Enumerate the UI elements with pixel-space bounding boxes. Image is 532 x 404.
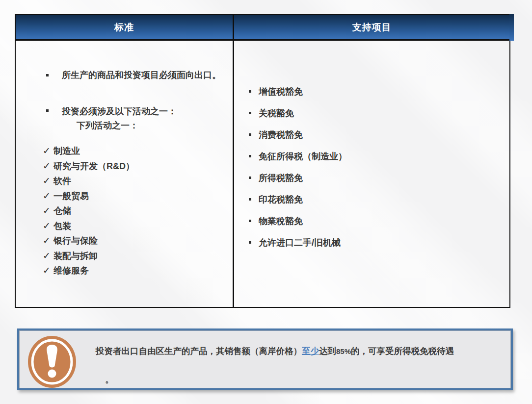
- header-edge-decoration: [509, 14, 514, 41]
- checkmark-icon: ✓: [43, 174, 53, 189]
- bullet-square-icon: [46, 109, 49, 112]
- bullet-square-icon: [249, 198, 251, 201]
- support-item-label: 允许进口二手/旧机械: [259, 237, 341, 249]
- checklist-item: ✓ 研究与开发（R&D）: [43, 159, 227, 174]
- bullet-square-icon: [249, 155, 251, 157]
- support-item: 增值税豁免: [249, 86, 504, 98]
- note-text-line2: 。: [105, 374, 114, 385]
- bullet-square-icon: [249, 133, 251, 136]
- bullet-square-icon: [249, 220, 251, 222]
- criteria-bullet-2-continuation: 下列活动之一：: [77, 119, 227, 133]
- checklist-item: ✓ 制造业: [43, 144, 227, 159]
- support-item: 消费税豁免: [249, 129, 504, 141]
- support-item: 关税豁免: [249, 107, 504, 119]
- support-item-label: 印花税豁免: [259, 194, 303, 205]
- support-item: 所得税豁免: [249, 172, 504, 184]
- bullet-square-icon: [249, 241, 251, 244]
- criteria-bullet-2: 投资必须涉及以下活动之一：: [31, 104, 227, 119]
- note-callout: 投资者出口自由区生产的产品，其销售额（离岸价格）至少达到85%的，可享受所得税免…: [17, 328, 513, 390]
- support-item-label: 关税豁免: [259, 107, 294, 119]
- checklist-item-label: 研究与开发（R&D）: [53, 159, 134, 174]
- checkmark-icon: ✓: [43, 144, 53, 159]
- checkmark-icon: ✓: [43, 249, 53, 264]
- criteria-bullet-1-text: 所生产的商品和投资项目必须面向出口。: [62, 69, 221, 81]
- checklist-item-label: 软件: [53, 174, 71, 189]
- support-item-label: 物業稅豁免: [259, 215, 303, 227]
- support-item-label: 免征所得税（制造业）: [259, 151, 347, 162]
- bullet-square-icon: [46, 74, 49, 76]
- checklist-item-label: 一般贸易: [53, 189, 89, 204]
- checkmark-icon: ✓: [43, 189, 53, 204]
- criteria-bullet-1: 所生产的商品和投资项目必须面向出口。: [31, 69, 227, 81]
- activities-checklist: ✓ 制造业 ✓ 研究与开发（R&D） ✓ 软件 ✓ 一般贸易 ✓ 仓储: [31, 144, 227, 278]
- checklist-item-label: 包装: [53, 219, 71, 234]
- support-item: 免征所得税（制造业）: [249, 151, 504, 162]
- table-header-row: 标准 支持项目: [16, 15, 509, 41]
- support-items-cell: 增值税豁免 关税豁免 消费税豁免 免征所得税（制造业） 所得税豁免 印花税豁免: [234, 41, 509, 307]
- header-label-criteria: 标准: [114, 21, 134, 34]
- support-item-label: 消费税豁免: [259, 129, 303, 141]
- checklist-item: ✓ 维修服务: [43, 263, 227, 278]
- checklist-item: ✓ 银行与保险: [43, 233, 227, 249]
- table-body-row: 所生产的商品和投资项目必须面向出口。 投资必须涉及以下活动之一： 下列活动之一：…: [16, 41, 509, 307]
- checkmark-icon: ✓: [43, 233, 53, 249]
- checklist-item-label: 制造业: [53, 144, 80, 159]
- checklist-item: ✓ 包装: [43, 219, 227, 234]
- note-link[interactable]: 至少: [302, 346, 319, 356]
- checklist-item: ✓ 仓储: [43, 203, 227, 219]
- checkmark-icon: ✓: [43, 219, 53, 234]
- note-percentage: 85%: [336, 347, 351, 355]
- note-text-mid: 达到: [319, 346, 336, 356]
- exclamation-icon: [27, 335, 77, 388]
- header-cell-criteria: 标准: [16, 15, 234, 39]
- checklist-item-label: 装配与拆卸: [53, 249, 98, 264]
- note-text-line1: 投资者出口自由区生产的产品，其销售额（离岸价格）至少达到85%的，可享受所得税免…: [96, 345, 454, 357]
- checkmark-icon: ✓: [43, 159, 53, 174]
- support-item: 允许进口二手/旧机械: [249, 237, 504, 249]
- bullet-square-icon: [249, 177, 251, 179]
- header-cell-support: 支持项目: [234, 15, 509, 39]
- bullet-square-icon: [249, 90, 251, 93]
- checkmark-icon: ✓: [43, 203, 53, 219]
- support-item-label: 增值税豁免: [259, 86, 303, 98]
- support-item: 印花税豁免: [249, 194, 504, 205]
- checklist-item-label: 银行与保险: [53, 233, 98, 249]
- support-item: 物業稅豁免: [249, 215, 504, 227]
- support-item-label: 所得税豁免: [259, 172, 303, 184]
- note-text-after: 的，可享受所得税免税待遇: [351, 346, 454, 356]
- checklist-item-label: 仓储: [53, 203, 71, 219]
- criteria-support-table: 标准 支持项目 所生产的商品和投资项目必须面向出口。 投资必须涉及以下活动之一：…: [15, 14, 510, 308]
- criteria-bullet-2-text: 投资必须涉及以下活动之一：: [62, 104, 177, 119]
- header-label-support: 支持项目: [352, 21, 392, 34]
- checklist-item: ✓ 软件: [43, 174, 227, 189]
- checkmark-icon: ✓: [43, 263, 53, 278]
- checklist-item: ✓ 装配与拆卸: [43, 249, 227, 264]
- bullet-square-icon: [249, 112, 251, 114]
- criteria-cell: 所生产的商品和投资项目必须面向出口。 投资必须涉及以下活动之一： 下列活动之一：…: [16, 41, 234, 307]
- checklist-item-label: 维修服务: [53, 263, 89, 278]
- checklist-item: ✓ 一般贸易: [43, 189, 227, 204]
- slide-canvas: { "table": { "header": { "criteria": "标准…: [0, 0, 532, 404]
- note-text-before: 投资者出口自由区生产的产品，其销售额（离岸价格）: [96, 346, 302, 356]
